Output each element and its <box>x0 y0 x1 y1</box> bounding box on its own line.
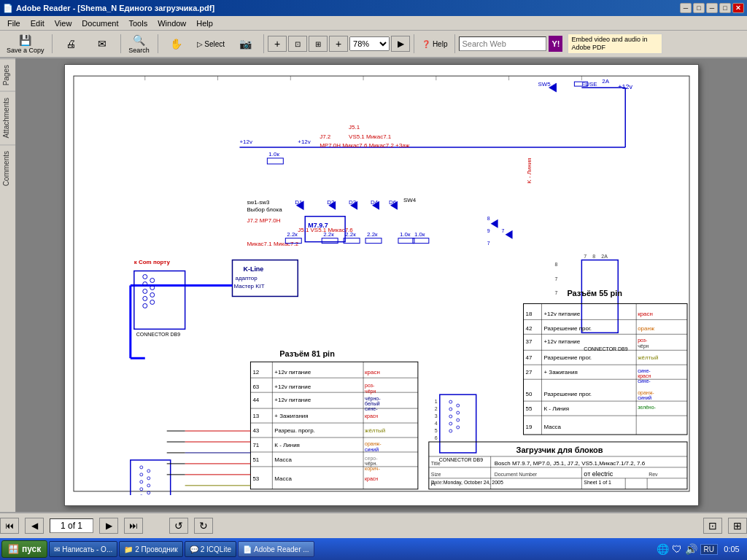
page-indicator: 1 of 1 <box>50 518 93 533</box>
icq-icon: 💬 <box>190 545 198 553</box>
taskbar-item-adobe[interactable]: 📄 Adobe Reader ... <box>238 541 314 557</box>
svg-text:Разъём 81 pin: Разъём 81 pin <box>279 349 335 358</box>
next-page-button[interactable]: ▶ <box>99 518 118 534</box>
help-button[interactable]: ❓ Help <box>418 33 451 55</box>
first-page-button[interactable]: ⏮ <box>0 518 19 534</box>
svg-text:CONNECTOR DB9: CONNECTOR DB9 <box>439 457 483 462</box>
svg-text:сине-: сине- <box>365 406 378 411</box>
left-sidebar: Pages Attachments Comments <box>0 58 16 512</box>
zoom-in-button[interactable]: + <box>268 36 287 52</box>
rotate-ccw-button[interactable]: ↺ <box>169 518 188 534</box>
svg-text:красн: красн <box>638 311 653 317</box>
main-container: Pages Attachments Comments <box>0 58 747 512</box>
svg-text:1.0к: 1.0к <box>414 231 425 238</box>
search-button[interactable]: 🔍 Search <box>125 33 154 55</box>
search-label: Search <box>128 47 150 54</box>
svg-text:жёлтый: жёлтый <box>638 354 658 361</box>
zoom-select[interactable]: 78% 50% 75% 100% 125% 150% <box>349 36 390 51</box>
svg-text:красн: красн <box>365 413 378 419</box>
explorer-icon: 📁 <box>124 545 133 553</box>
zoom-apply-button[interactable]: ▶ <box>391 36 410 52</box>
pdf-area[interactable]: +12v FUSE SW5 2A +12v +12v <box>16 58 747 512</box>
svg-text:4: 4 <box>435 421 438 426</box>
embed-video-banner: Embed video and audio in Adobe PDF <box>568 34 662 54</box>
app-maximize-button[interactable]: □ <box>693 3 705 13</box>
print-button[interactable]: 🖨 <box>56 33 85 55</box>
window-maximize-button[interactable]: □ <box>719 3 731 13</box>
svg-text:+ Зажигания: + Зажигания <box>274 413 308 419</box>
app-icon: 📄 <box>3 4 13 13</box>
svg-text:18: 18 <box>526 311 533 317</box>
toolbar: 💾 Save a Copy 🖨 ✉ 🔍 Search ✋ ▷ Select 📷 … <box>0 31 747 58</box>
comments-panel-tab[interactable]: Comments <box>0 144 15 192</box>
zoom-out-button[interactable]: + <box>329 36 348 52</box>
app-minimize-button[interactable]: ─ <box>680 3 692 13</box>
volume-icon: 🔊 <box>685 543 697 555</box>
start-label: пуск <box>22 544 41 554</box>
help-icon: ❓ Help <box>422 40 447 48</box>
svg-text:MP7.0Н  Микас7.6 Микас7.2 +Заж: MP7.0Н Микас7.6 Микас7.2 +Заж <box>320 142 410 149</box>
save-copy-button[interactable]: 💾 Save a Copy <box>3 33 48 55</box>
taskbar-item-icq[interactable]: 💬 2 ICQLite <box>185 541 236 557</box>
email-button[interactable]: ✉ <box>88 33 117 55</box>
svg-text:+12v питание: +12v питание <box>543 311 580 317</box>
svg-text:+12v питание: +12v питание <box>274 397 311 403</box>
svg-text:белый: белый <box>638 384 653 389</box>
svg-text:50: 50 <box>526 391 533 397</box>
svg-text:2A: 2A <box>601 254 608 259</box>
yahoo-button[interactable]: Y! <box>549 36 562 52</box>
svg-text:сине-: сине- <box>638 378 651 384</box>
camera-button[interactable]: 📷 <box>231 33 260 55</box>
svg-text:63: 63 <box>252 384 259 390</box>
svg-text:Разрешение прог.: Разрешение прог. <box>543 325 592 332</box>
window-close-button[interactable]: ✕ <box>732 3 744 13</box>
svg-text:Разрешение прог.: Разрешение прог. <box>543 391 592 397</box>
svg-text:1.0к: 1.0к <box>400 231 411 238</box>
toolbar-separator-1 <box>52 34 53 53</box>
window-minimize-button[interactable]: ─ <box>706 3 718 13</box>
menu-file[interactable]: File <box>3 18 25 29</box>
windows-icon: 🪟 <box>8 544 19 554</box>
taskbar-item-explorer[interactable]: 📁 2 Проводник <box>119 541 183 557</box>
search-web-input[interactable] <box>459 36 546 51</box>
svg-text:чёрн: чёрн <box>365 389 376 394</box>
menu-help[interactable]: Help <box>192 18 217 29</box>
attachments-panel-tab[interactable]: Attachments <box>0 91 15 144</box>
svg-text:белый: белый <box>638 410 653 415</box>
menu-window[interactable]: Window <box>153 18 190 29</box>
fit-window-button[interactable]: ⊡ <box>703 518 722 534</box>
fit-page-button[interactable]: ⊡ <box>288 36 307 52</box>
svg-text:51: 51 <box>252 456 259 463</box>
toolbar-separator-6 <box>454 34 455 53</box>
network-icon: 🌐 <box>657 543 669 555</box>
language-indicator[interactable]: RU <box>700 544 718 555</box>
taskbar: 🪟 пуск ✉ Написать - О... 📁 2 Проводник 💬… <box>0 538 747 560</box>
toolbar-separator-4 <box>263 34 264 53</box>
menu-document[interactable]: Document <box>77 18 123 29</box>
last-page-button[interactable]: ⏭ <box>124 518 143 534</box>
rotate-cw-button[interactable]: ↻ <box>194 518 213 534</box>
actual-size-button[interactable]: ⊞ <box>309 36 328 52</box>
window-title: Adobe Reader - [Shema_N Единого загрузчи… <box>16 4 214 12</box>
taskbar-item-writer[interactable]: ✉ Написать - О... <box>49 541 117 557</box>
svg-text:синий: синий <box>365 447 379 452</box>
select-icon: ▷ Select <box>197 40 225 48</box>
taskbar-explorer-label: 2 Проводник <box>135 545 178 553</box>
zoom-to-button[interactable]: ⊞ <box>728 518 747 534</box>
schematic-diagram: +12v FUSE SW5 2A +12v +12v <box>72 72 691 495</box>
menu-view[interactable]: View <box>50 18 77 29</box>
pages-panel-tab[interactable]: Pages <box>0 58 15 91</box>
prev-page-button[interactable]: ◀ <box>25 518 44 534</box>
title-bar: 📄 Adobe Reader - [Shema_N Единого загруз… <box>0 0 747 16</box>
email-icon: ✉ <box>98 38 107 50</box>
svg-text:Разреш. прогр.: Разреш. прогр. <box>274 427 314 434</box>
menu-tools[interactable]: Tools <box>125 18 152 29</box>
menu-edit[interactable]: Edit <box>26 18 49 29</box>
hand-tool-button[interactable]: ✋ <box>162 33 191 55</box>
svg-text:1: 1 <box>435 399 438 404</box>
svg-text:К - Линия: К - Линия <box>543 405 569 412</box>
start-button[interactable]: 🪟 пуск <box>1 540 47 558</box>
select-tool-button[interactable]: ▷ Select <box>193 33 229 55</box>
svg-text:7: 7 <box>554 276 557 281</box>
title-bar-controls: ─ □ ─ □ ✕ <box>680 3 744 13</box>
